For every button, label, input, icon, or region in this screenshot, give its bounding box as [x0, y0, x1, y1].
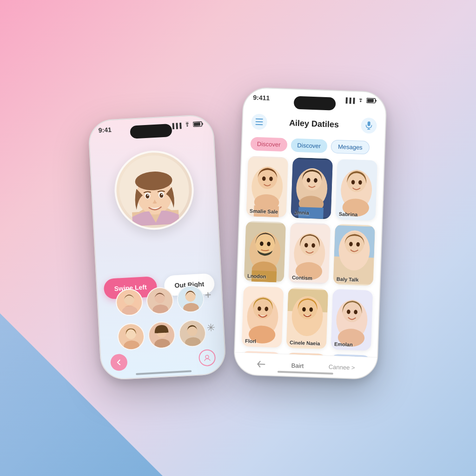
- phone-right: 9:411 ▐▐▐ Ailey Datiles: [233, 87, 387, 380]
- mic-button[interactable]: [361, 118, 377, 134]
- card-name-2: Jmnia: [294, 210, 309, 216]
- avatar-6[interactable]: [178, 319, 206, 348]
- avatar-5[interactable]: [147, 321, 176, 349]
- profile-grid: Smalie Sale Jmnia: [235, 156, 384, 357]
- profile-photo-container: [112, 149, 196, 232]
- profile-card-2[interactable]: Jmnia: [291, 158, 332, 219]
- dynamic-island-left: [130, 124, 172, 139]
- menu-line-2: [256, 121, 263, 123]
- card-name-8: Cinele Naeia: [290, 340, 320, 346]
- add-icon[interactable]: +: [205, 288, 212, 302]
- card-name-9: Emolan: [334, 341, 353, 347]
- phones-container: 9:41 ▐▐▐: [94, 94, 382, 382]
- profile-card-6[interactable]: Baly Talk: [333, 224, 375, 286]
- nav-back-button[interactable]: [110, 354, 128, 371]
- empty-space: [154, 351, 172, 369]
- menu-button[interactable]: [251, 113, 267, 130]
- bottom-avatars: + ✳: [98, 284, 225, 352]
- phone-left: 9:41 ▐▐▐: [88, 114, 227, 380]
- battery-icon-left: [193, 121, 204, 128]
- card-name-4: Lnodon: [247, 273, 266, 279]
- dynamic-island-right: [294, 96, 336, 111]
- status-time-right: 9:411: [253, 94, 270, 102]
- card-name-6: Baly Talk: [337, 276, 359, 283]
- svg-rect-35: [376, 100, 377, 102]
- svg-rect-37: [367, 121, 370, 126]
- cannee-label: Cannee >: [329, 363, 355, 371]
- signal-icon-left: ▐▐▐: [171, 123, 182, 129]
- phone-left-content: Swipe Left Out Right: [89, 115, 226, 379]
- wifi-icon-right: [357, 97, 364, 104]
- phone-right-content: Ailey Datiles Discover Discover Mesages: [234, 88, 386, 379]
- nav-cannee[interactable]: Cannee >: [329, 363, 355, 371]
- status-time-left: 9:41: [98, 126, 112, 134]
- status-icons-left: ▐▐▐: [171, 121, 204, 129]
- tab-discover1[interactable]: Discover: [251, 137, 288, 152]
- profile-card-7[interactable]: Florl: [242, 286, 284, 348]
- tab-messages[interactable]: Mesages: [331, 139, 370, 154]
- asterisk-icon[interactable]: ✳: [206, 322, 215, 334]
- nav-back-right[interactable]: [256, 359, 267, 370]
- profile-photo: [118, 153, 191, 227]
- menu-line-3: [255, 124, 263, 126]
- tab-discover2[interactable]: Discover: [291, 138, 328, 153]
- profile-card-5[interactable]: Contism: [289, 223, 331, 284]
- svg-rect-36: [367, 99, 374, 102]
- status-icons-right: ▐▐▐: [344, 97, 377, 104]
- card-name-5: Contism: [292, 275, 312, 281]
- header-title: Ailey Datiles: [289, 118, 339, 130]
- svg-rect-1: [202, 123, 203, 125]
- profile-card-8[interactable]: Cinele Naeia: [286, 287, 328, 349]
- card-name-3: Sabrina: [339, 211, 358, 217]
- card-name-7: Florl: [245, 338, 256, 344]
- wifi-icon-left: [184, 122, 191, 129]
- avatar-4[interactable]: [117, 323, 145, 351]
- bairt-label: Bairt: [291, 362, 304, 369]
- nav-profile-button[interactable]: [198, 349, 216, 367]
- profile-card-4[interactable]: Lnodon: [244, 221, 286, 283]
- avatar-3[interactable]: [176, 285, 205, 313]
- signal-icon-right: ▐▐▐: [344, 97, 355, 103]
- card-name-1: Smalie Sale: [250, 208, 278, 214]
- profile-card-9[interactable]: Emolan: [331, 289, 373, 351]
- avatar-1[interactable]: [115, 288, 144, 317]
- avatar-2[interactable]: [146, 286, 174, 315]
- battery-icon-right: [366, 98, 377, 105]
- svg-point-33: [205, 355, 209, 358]
- menu-line-1: [256, 119, 263, 120]
- profile-card-3[interactable]: Sabrina: [335, 159, 377, 221]
- svg-rect-2: [194, 122, 200, 126]
- nav-bairt[interactable]: Bairt: [291, 362, 304, 369]
- profile-card-1[interactable]: Smalie Sale: [246, 156, 288, 218]
